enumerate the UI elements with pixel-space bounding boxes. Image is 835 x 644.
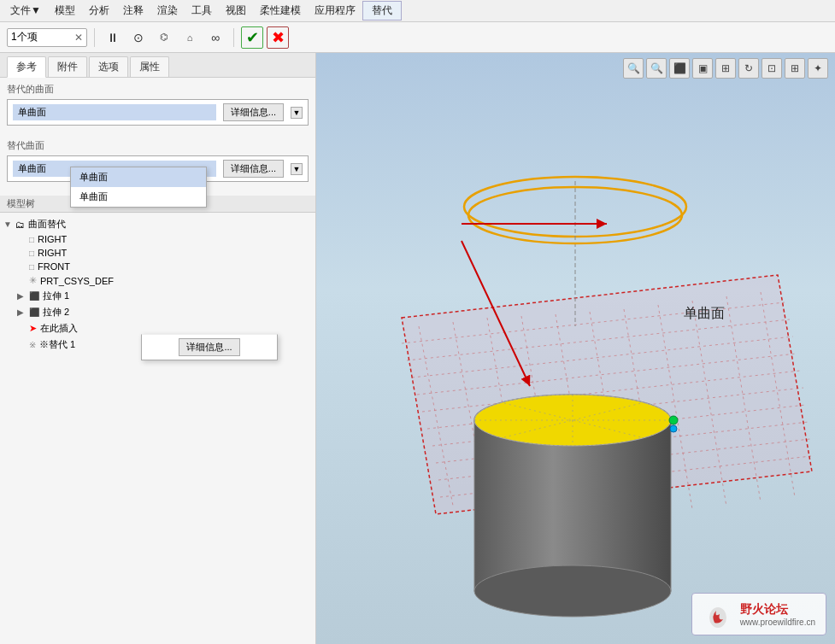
- viewport[interactable]: 🔍 🔍 ⬛ ▣ ⊞ ↻ ⊡ ⊞ ✦: [316, 53, 835, 644]
- menu-analysis[interactable]: 分析: [82, 2, 116, 20]
- dropdown-item-2[interactable]: 单曲面: [71, 187, 206, 207]
- tree-item-root[interactable]: ▼ 🗂 曲面替代: [0, 216, 315, 232]
- menu-model[interactable]: 模型: [48, 2, 82, 20]
- svg-text:单曲面: 单曲面: [684, 306, 725, 320]
- confirm-button[interactable]: ✔: [241, 26, 263, 49]
- dropdown-detail-row: 详细信息...: [141, 334, 278, 360]
- tree-label-right: RIGHT: [38, 234, 67, 244]
- menu-annotation[interactable]: 注释: [116, 2, 150, 20]
- expand-icon-extrude2: ▶: [17, 307, 27, 317]
- ref-title-2: 替代曲面: [7, 139, 309, 152]
- svg-point-24: [474, 565, 671, 617]
- plane-icon-right: □: [29, 235, 34, 244]
- glasses-button[interactable]: ∞: [204, 26, 226, 49]
- dropdown-detail-btn[interactable]: 详细信息...: [179, 338, 239, 356]
- folder-icon-root: 🗂: [15, 220, 25, 230]
- menu-tools[interactable]: 工具: [185, 2, 219, 20]
- tab-reference[interactable]: 参考: [7, 56, 46, 78]
- tabs-row: 参考 附件 选项 属性: [0, 53, 315, 78]
- item-count-input[interactable]: [11, 32, 71, 44]
- watermark-logo: [703, 599, 733, 629]
- feature-icon-extrude2: ⬛: [29, 307, 39, 317]
- tree-item-csys[interactable]: ✳ PRT_CSYS_DEF: [0, 273, 315, 288]
- left-panel: 参考 附件 选项 属性 替代的曲面 单曲面 详细信息... ▼ 替代曲面 单曲面…: [0, 53, 316, 644]
- filter2-button[interactable]: ⌂: [179, 26, 201, 49]
- menu-render[interactable]: 渲染: [150, 2, 185, 20]
- plane-icon-front: □: [29, 262, 34, 272]
- ref-box-1: 单曲面 详细信息... ▼: [7, 99, 309, 126]
- ref-section-1: 替代的曲面 单曲面 详细信息... ▼: [0, 78, 315, 131]
- ref-value-1[interactable]: 单曲面: [13, 104, 216, 120]
- detail-btn-1[interactable]: 详细信息...: [223, 103, 284, 121]
- dropdown-item-1-label: 单曲面: [79, 171, 108, 184]
- tree-label-csys: PRT_CSYS_DEF: [40, 276, 114, 286]
- watermark-info: 野火论坛 www.proewildfire.cn: [740, 602, 815, 627]
- svg-point-31: [669, 416, 678, 424]
- tree-label-insert: 在此插入: [40, 322, 78, 335]
- pause-button[interactable]: ⏸: [102, 26, 124, 49]
- tree-item-top[interactable]: □ RIGHT: [0, 246, 315, 260]
- tab-options[interactable]: 选项: [89, 56, 128, 77]
- tree-label-top: RIGHT: [38, 248, 67, 258]
- main-layout: 参考 附件 选项 属性 替代的曲面 单曲面 详细信息... ▼ 替代曲面 单曲面…: [0, 53, 835, 644]
- filter1-button[interactable]: ⌬: [153, 26, 175, 49]
- expand-icon-extrude1: ▶: [17, 291, 27, 301]
- tree-item-extrude1[interactable]: ▶ ⬛ 拉伸 1: [0, 288, 315, 304]
- separator-1: [94, 28, 95, 47]
- expand-icon-root: ▼: [3, 220, 14, 229]
- menubar: 文件▼ 模型 分析 注释 渲染 工具 视图 柔性建模 应用程序 替代: [0, 0, 835, 22]
- svg-point-32: [670, 425, 677, 432]
- menu-app[interactable]: 应用程序: [308, 2, 362, 20]
- tree-item-front[interactable]: □ FRONT: [0, 260, 315, 273]
- tree-item-right[interactable]: □ RIGHT: [0, 232, 315, 246]
- menu-flex[interactable]: 柔性建模: [253, 2, 308, 20]
- scene-svg: 单曲面: [316, 53, 835, 644]
- dropdown-arrow-1[interactable]: ▼: [291, 107, 303, 119]
- csys-icon: ✳: [29, 275, 37, 286]
- insert-icon: ➤: [29, 323, 37, 334]
- watermark-url: www.proewildfire.cn: [740, 618, 815, 627]
- sub-icon-1: ※: [29, 340, 36, 349]
- separator-2: [233, 28, 234, 47]
- menu-view[interactable]: 视图: [219, 2, 253, 20]
- tree-label-extrude2: 拉伸 2: [43, 306, 69, 319]
- clear-input-icon[interactable]: ✕: [74, 32, 83, 44]
- toolbar: ✕ ⏸ ⊙ ⌬ ⌂ ∞ ✔ ✖: [0, 22, 835, 53]
- detail-btn-2[interactable]: 详细信息...: [223, 160, 284, 178]
- tab-attachment[interactable]: 附件: [48, 56, 87, 77]
- tree-label-sub1: ※替代 1: [39, 338, 75, 351]
- timer-button[interactable]: ⊙: [127, 26, 150, 49]
- feature-icon-extrude1: ⬛: [29, 291, 39, 301]
- model-tree: ▼ 🗂 曲面替代 □ RIGHT □ RIGHT □ FRONT: [0, 213, 315, 644]
- menu-tab-replace[interactable]: 替代: [362, 1, 402, 20]
- dropdown-arrow-2[interactable]: ▼: [291, 163, 303, 175]
- ref-title-1: 替代的曲面: [7, 83, 309, 96]
- tab-properties[interactable]: 属性: [130, 56, 169, 77]
- watermark-name: 野火论坛: [740, 602, 815, 618]
- watermark: 野火论坛 www.proewildfire.cn: [691, 593, 826, 635]
- tree-label-front: FRONT: [38, 261, 70, 272]
- svg-point-0: [464, 177, 686, 237]
- item-count-group: ✕: [7, 28, 87, 47]
- cancel-button[interactable]: ✖: [267, 26, 289, 49]
- menu-file[interactable]: 文件▼: [3, 2, 48, 20]
- tree-label-extrude1: 拉伸 1: [43, 290, 69, 302]
- dropdown-popup: 单曲面 单曲面 详细信息...: [70, 167, 207, 208]
- dropdown-item-1[interactable]: 单曲面: [71, 167, 206, 187]
- tree-item-extrude2[interactable]: ▶ ⬛ 拉伸 2: [0, 304, 315, 320]
- plane-icon-top: □: [29, 249, 34, 258]
- dropdown-item-2-label: 单曲面: [79, 190, 108, 203]
- tree-label-root: 曲面替代: [28, 218, 66, 231]
